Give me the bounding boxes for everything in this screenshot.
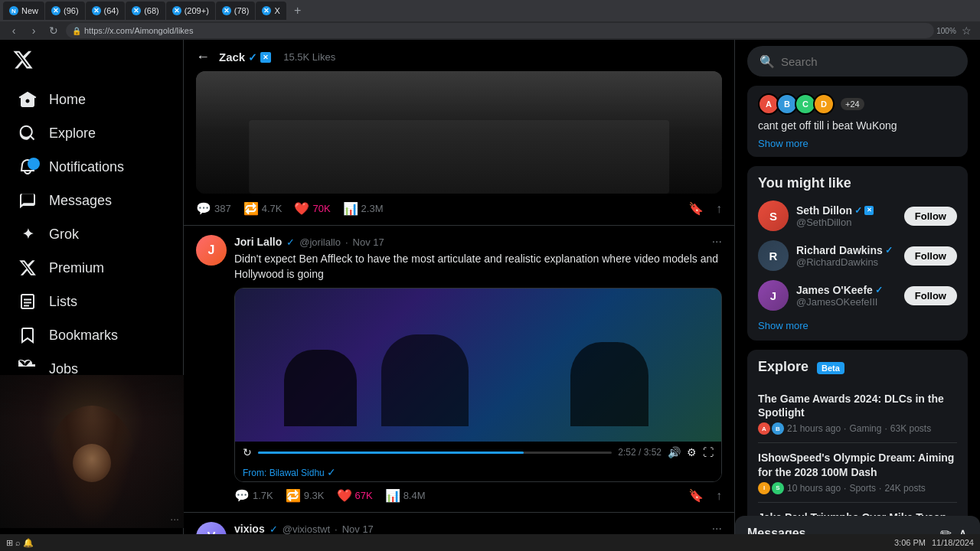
jori-post-actions: 💬 1.7K 🔁 9.3K ❤️ 67K 📊 [234, 488, 722, 503]
browser-tab-3[interactable]: ✕ (64) [86, 2, 126, 20]
tab-label-5: (209+) [185, 6, 209, 15]
post-username: Zack ✓ ✕ [219, 51, 271, 64]
sidebar-item-home[interactable]: Home [6, 83, 177, 116]
james-info: James O'Keefe ✓ @JamesOKeefeIII [796, 284, 897, 308]
volume-icon[interactable]: 🔊 [668, 446, 681, 458]
top-video-thumb[interactable] [196, 71, 722, 194]
bookmarks-icon [18, 326, 37, 344]
premium-square: ✕ [260, 52, 271, 63]
share-action[interactable]: ↑ [716, 202, 722, 216]
video-display[interactable]: Watch again [235, 289, 721, 442]
settings-icon[interactable]: ⚙ [687, 446, 697, 458]
bookmark-star[interactable]: ☆ [959, 23, 974, 38]
premium-icon [18, 259, 37, 277]
views-action[interactable]: 📊 2.3M [343, 201, 384, 216]
notification-count [28, 158, 40, 170]
seth-premium: ✕ [864, 206, 874, 215]
sidebar-item-bookmarks[interactable]: Bookmarks [6, 318, 177, 352]
follow-james-btn[interactable]: Follow [904, 286, 957, 305]
comment-action[interactable]: 💬 387 [196, 201, 231, 216]
fullscreen-icon[interactable]: ⛶ [703, 446, 714, 458]
sidebar-bookmarks-label: Bookmarks [49, 328, 118, 344]
feed-container[interactable]: ← Zack ✓ ✕ 15.5K Likes 💬 [184, 40, 734, 551]
heart-icon: ❤️ [294, 201, 309, 216]
browser-tab-active[interactable]: ✕ X [256, 2, 286, 20]
retweet-action[interactable]: 🔁 4.7K [243, 201, 283, 216]
sidebar-item-messages[interactable]: Messages [6, 184, 177, 217]
jori-comment-action[interactable]: 💬 1.7K [234, 488, 273, 503]
back-arrow[interactable]: ← [196, 49, 210, 65]
ex-avatar-2: B [772, 422, 784, 435]
jori-more-btn[interactable]: ··· [712, 235, 722, 249]
jori-tweet-body: Jori Lallo ✓ @jorilallo · Nov 17 ··· Did… [234, 235, 722, 503]
grok-icon: ✦ [18, 225, 37, 243]
james-handle: @JamesOKeefeIII [796, 296, 897, 308]
like-action[interactable]: ❤️ 70K [294, 201, 330, 216]
browser-tab-4[interactable]: ✕ (68) [126, 2, 165, 20]
address-bar[interactable]: 🔒 https://x.com/Aimongold/likes [66, 23, 934, 38]
jori-name: Jori Lallo [234, 236, 282, 248]
bookmark-action[interactable]: 🔖 [688, 201, 704, 216]
zack-post: ← Zack ✓ ✕ 15.5K Likes 💬 [184, 40, 734, 226]
sidebar-messages-label: Messages [49, 193, 112, 209]
jori-like-action[interactable]: ❤️ 67K [337, 488, 373, 503]
sidebar-item-premium[interactable]: Premium [6, 251, 177, 285]
back-btn[interactable]: ‹ [6, 23, 21, 38]
jori-views-action[interactable]: 📊 8.4M [385, 488, 426, 503]
show-more-cant-get-off[interactable]: Show more [758, 138, 957, 149]
ex-avatar-3: I [758, 482, 770, 494]
follow-richard-btn[interactable]: Follow [904, 246, 957, 266]
follow-seth-btn[interactable]: Follow [904, 207, 957, 226]
search-input[interactable] [781, 55, 956, 68]
share-icon: ↑ [716, 202, 722, 216]
right-sidebar: 🔍 A B C D +24 cant get off till i beat W… [735, 40, 980, 551]
james-avatar[interactable]: J [758, 280, 789, 311]
new-tab-btn[interactable]: + [290, 3, 305, 18]
tab-favicon-x2: ✕ [92, 6, 101, 15]
forward-btn[interactable]: › [26, 23, 41, 38]
webcam-person [0, 375, 184, 528]
sidebar-item-explore[interactable]: Explore [6, 116, 177, 150]
richard-verified: ✓ [885, 245, 893, 256]
video-player[interactable]: Watch again ↻ 2:52 / 3:52 🔊 ⚙ [234, 288, 722, 482]
explore-avatars-2: I S [758, 482, 784, 494]
zoom-level: 100% [939, 23, 954, 38]
webcam-menu[interactable]: ··· [170, 513, 179, 525]
video-controls: ↻ 2:52 / 3:52 🔊 ⚙ ⛶ [235, 442, 721, 463]
show-more-suggestions[interactable]: Show more [758, 320, 957, 331]
sidebar-item-lists[interactable]: Lists [6, 285, 177, 318]
ex-avatar-4: S [772, 482, 784, 494]
tab-label-3: (64) [104, 6, 119, 15]
explore-item-2[interactable]: IShowSpeed's Olympic Dream: Aiming for t… [758, 443, 957, 502]
jori-bookmark-action[interactable]: 🔖 [688, 488, 704, 503]
sidebar-grok-label: Grok [49, 227, 79, 243]
tab-label-2: (96) [64, 6, 79, 15]
tab-favicon-x5: ✕ [222, 6, 231, 15]
reload-btn[interactable]: ↻ [46, 23, 61, 38]
explore-item-1[interactable]: The Game Awards 2024: DLCs in the Spotli… [758, 384, 957, 443]
browser-tab-2[interactable]: ✕ (96) [45, 2, 85, 20]
vixios-verified: ✓ [270, 523, 278, 535]
jori-share-action[interactable]: ↑ [716, 489, 722, 503]
search-bar[interactable]: 🔍 [747, 46, 968, 77]
sidebar-item-notifications[interactable]: Notifications [6, 150, 177, 184]
seth-avatar[interactable]: S [758, 201, 789, 231]
browser-tab-5[interactable]: ✕ (209+) [166, 2, 215, 20]
replay-icon[interactable]: ↻ [243, 446, 252, 458]
status-date: 11/18/2024 [932, 538, 974, 547]
video-from: From: Bilawal Sidhu ✓ [235, 463, 721, 481]
sidebar-item-grok[interactable]: ✦ Grok [6, 217, 177, 251]
browser-tab-6[interactable]: ✕ (78) [216, 2, 256, 20]
post-likes: 15.5K Likes [283, 51, 335, 63]
ex-avatar-1: A [758, 422, 770, 435]
richard-avatar[interactable]: R [758, 240, 789, 271]
sidebar-lists-label: Lists [49, 294, 77, 310]
jori-retweet-action[interactable]: 🔁 9.3K [286, 488, 325, 503]
video-progress-bar[interactable] [258, 452, 612, 454]
main-content: ← Zack ✓ ✕ 15.5K Likes 💬 [184, 40, 735, 551]
browser-tab-new[interactable]: N New [3, 2, 44, 20]
x-logo[interactable] [0, 43, 183, 80]
stack-avatar-4[interactable]: D [813, 93, 835, 115]
james-verified: ✓ [875, 285, 883, 295]
jori-avatar[interactable]: J [196, 235, 227, 266]
